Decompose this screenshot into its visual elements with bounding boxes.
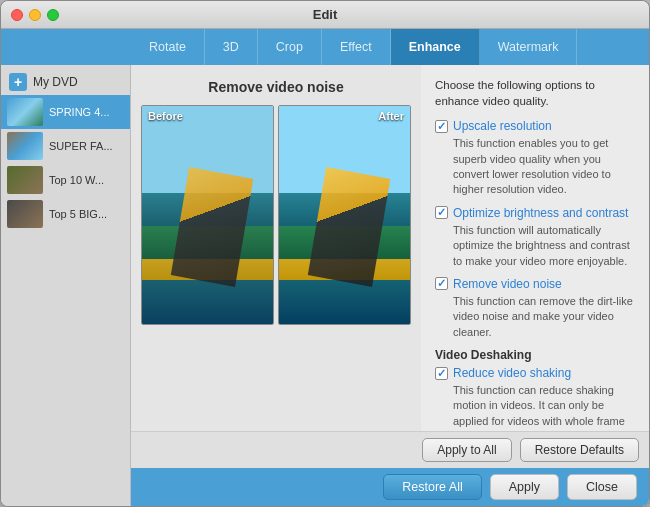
after-image <box>279 106 410 324</box>
main-area: + My DVD SPRING 4... SUPER FA... Top 10 … <box>1 65 649 506</box>
label-brightness: Optimize brightness and contrast <box>453 206 628 220</box>
window-title: Edit <box>313 7 338 22</box>
title-bar: Edit <box>1 1 649 29</box>
sidebar-label-spring: SPRING 4... <box>49 106 110 118</box>
preview-panel: Remove video noise Before After <box>131 65 421 431</box>
sidebar-thumb-super <box>7 132 43 160</box>
deshake-section-title: Video Deshaking <box>435 348 635 362</box>
option-brightness-header: Optimize brightness and contrast <box>435 206 635 220</box>
add-button[interactable]: + <box>9 73 27 91</box>
tab-bar: Rotate 3D Crop Effect Enhance Watermark <box>1 29 649 65</box>
after-label: After <box>378 110 404 122</box>
desc-noise: This function can remove the dirt-like v… <box>435 294 635 340</box>
option-deshake-header: Reduce video shaking <box>435 366 635 380</box>
maximize-traffic-light[interactable] <box>47 9 59 21</box>
sidebar-label-super: SUPER FA... <box>49 140 113 152</box>
sidebar-thumb-top5 <box>7 200 43 228</box>
traffic-lights <box>11 9 59 21</box>
before-image <box>142 106 273 324</box>
preview-title: Remove video noise <box>208 79 343 95</box>
label-noise: Remove video noise <box>453 277 562 291</box>
before-label: Before <box>148 110 183 122</box>
before-frame: Before <box>141 105 274 325</box>
label-upscale: Upscale resolution <box>453 119 552 133</box>
sidebar-label-top10: Top 10 W... <box>49 174 104 186</box>
checkbox-brightness[interactable] <box>435 206 448 219</box>
options-panel: Choose the following options to enhance … <box>421 65 649 431</box>
option-noise-header: Remove video noise <box>435 277 635 291</box>
options-intro: Choose the following options to enhance … <box>435 77 635 109</box>
restore-defaults-button[interactable]: Restore Defaults <box>520 438 639 462</box>
tab-effect[interactable]: Effect <box>322 29 391 65</box>
option-noise: Remove video noise This function can rem… <box>435 277 635 340</box>
preview-frames: Before After <box>141 105 411 325</box>
sidebar-top-label: My DVD <box>33 75 78 89</box>
content-area: Remove video noise Before After <box>131 65 649 506</box>
checkbox-deshake[interactable] <box>435 367 448 380</box>
option-upscale-header: Upscale resolution <box>435 119 635 133</box>
edit-window: Edit Rotate 3D Crop Effect Enhance Water… <box>0 0 650 507</box>
sidebar-item-top5[interactable]: Top 5 BIG... <box>1 197 130 231</box>
sidebar-item-top10[interactable]: Top 10 W... <box>1 163 130 197</box>
apply-to-all-button[interactable]: Apply to All <box>422 438 511 462</box>
close-button[interactable]: Close <box>567 474 637 500</box>
bottom-bar-main: Restore All Apply Close <box>131 468 649 506</box>
checkbox-upscale[interactable] <box>435 120 448 133</box>
sidebar-thumb-top10 <box>7 166 43 194</box>
desc-brightness: This function will automatically optimiz… <box>435 223 635 269</box>
sidebar-item-super[interactable]: SUPER FA... <box>1 129 130 163</box>
option-upscale: Upscale resolution This function enables… <box>435 119 635 198</box>
bottom-bar-top: Apply to All Restore Defaults <box>131 431 649 468</box>
close-traffic-light[interactable] <box>11 9 23 21</box>
tab-3d[interactable]: 3D <box>205 29 258 65</box>
sidebar-thumb-spring <box>7 98 43 126</box>
label-deshake: Reduce video shaking <box>453 366 571 380</box>
tab-enhance[interactable]: Enhance <box>391 29 480 65</box>
desc-upscale: This function enables you to get superb … <box>435 136 635 198</box>
option-brightness: Optimize brightness and contrast This fu… <box>435 206 635 269</box>
tab-crop[interactable]: Crop <box>258 29 322 65</box>
sidebar-item-spring[interactable]: SPRING 4... <box>1 95 130 129</box>
preview-options: Remove video noise Before After <box>131 65 649 431</box>
sidebar: + My DVD SPRING 4... SUPER FA... Top 10 … <box>1 65 131 506</box>
minimize-traffic-light[interactable] <box>29 9 41 21</box>
after-frame: After <box>278 105 411 325</box>
sidebar-label-top5: Top 5 BIG... <box>49 208 107 220</box>
sidebar-add-bar: + My DVD <box>1 69 130 95</box>
checkbox-noise[interactable] <box>435 277 448 290</box>
tab-rotate[interactable]: Rotate <box>131 29 205 65</box>
tab-watermark[interactable]: Watermark <box>480 29 578 65</box>
desc-deshake: This function can reduce shaking motion … <box>435 383 635 431</box>
restore-all-button[interactable]: Restore All <box>383 474 481 500</box>
apply-button[interactable]: Apply <box>490 474 559 500</box>
option-deshake-group: Video Deshaking Reduce video shaking Thi… <box>435 348 635 431</box>
